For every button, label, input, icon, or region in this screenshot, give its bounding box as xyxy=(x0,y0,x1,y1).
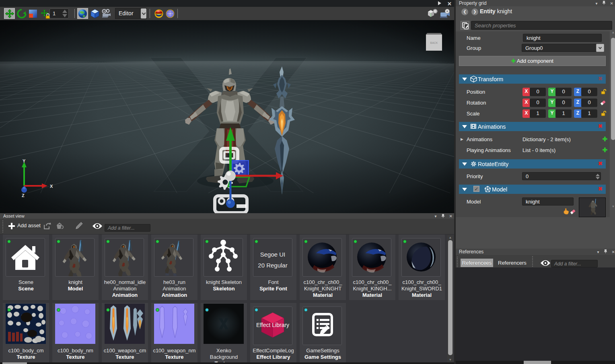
svg-text:Z: Z xyxy=(22,193,25,198)
svg-text:X: X xyxy=(50,184,53,189)
svg-text:Y: Y xyxy=(23,158,26,163)
svg-text:BACK: BACK xyxy=(430,41,438,44)
svg-text:Effect Library: Effect Library xyxy=(256,322,289,328)
